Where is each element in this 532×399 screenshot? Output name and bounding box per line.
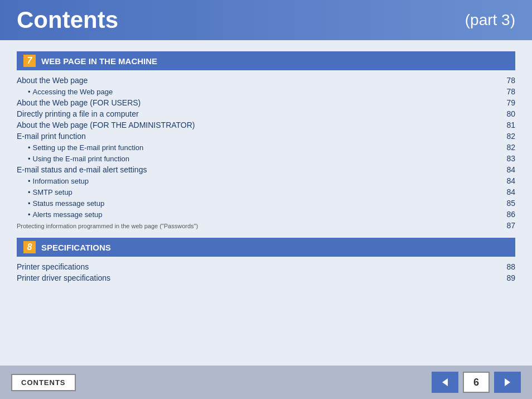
toc-label: •SMTP setup (28, 188, 493, 196)
toc-row: •Information setup84 (17, 175, 515, 186)
toc-row: Printer specifications88 (17, 261, 515, 272)
toc-row: About the Web page (FOR USERS)79 (17, 97, 515, 108)
toc-label: About the Web page (FOR USERS) (17, 98, 493, 107)
toc-row: E-mail print function82 (17, 131, 515, 142)
toc-row: •Accessing the Web page78 (17, 86, 515, 97)
toc-row: E-mail status and e-mail alert settings8… (17, 164, 515, 175)
toc-label: E-mail print function (17, 132, 493, 141)
toc-page-number: 81 (499, 121, 515, 129)
toc-row: •Setting up the E-mail print function82 (17, 142, 515, 153)
toc-row: •SMTP setup84 (17, 186, 515, 198)
toc-page-number: 78 (499, 76, 515, 85)
toc-label: •Accessing the Web page (28, 88, 493, 96)
toc-row: About the Web page (FOR THE ADMINISTRATO… (17, 119, 515, 131)
toc-label: Printer driver specifications (17, 273, 493, 282)
toc-label: •Setting up the E-mail print function (28, 143, 493, 152)
toc-page-number: 84 (499, 188, 515, 196)
contents-button[interactable]: CONTENTS (11, 374, 76, 391)
toc-row: •Status message setup85 (17, 198, 515, 209)
toc-row: •Alerts message setup86 (17, 209, 515, 220)
toc-page-number: 84 (499, 165, 515, 174)
bullet-icon: • (28, 177, 31, 185)
section-title-7: WEB PAGE IN THE MACHINE (41, 56, 157, 66)
bullet-icon: • (28, 155, 31, 163)
toc-label: About the Web page (FOR THE ADMINISTRATO… (17, 121, 493, 129)
toc-row: Protecting information programmed in the… (17, 220, 515, 231)
svg-marker-1 (505, 378, 510, 386)
section-entries-7: About the Web page78•Accessing the Web p… (17, 75, 515, 231)
toc-page-number: 83 (499, 154, 515, 163)
section-number-8: 8 (23, 241, 36, 253)
toc-page-number: 84 (499, 176, 515, 185)
toc-page-number: 78 (499, 87, 515, 96)
toc-label: E-mail status and e-mail alert settings (17, 165, 493, 174)
main-content: 7WEB PAGE IN THE MACHINEAbout the Web pa… (0, 40, 532, 366)
section-header-7: 7WEB PAGE IN THE MACHINE (17, 51, 515, 70)
toc-page-number: 82 (499, 132, 515, 141)
bullet-icon: • (28, 88, 31, 96)
toc-label: •Alerts message setup (28, 210, 493, 219)
header: Contents (part 3) (0, 0, 532, 40)
next-button[interactable] (494, 372, 521, 393)
toc-page-number: 86 (499, 210, 515, 219)
bullet-icon: • (28, 210, 31, 219)
toc-row: About the Web page78 (17, 75, 515, 86)
toc-page-number: 82 (499, 143, 515, 152)
toc-row: •Using the E-mail print function83 (17, 153, 515, 164)
toc-label: About the Web page (17, 76, 493, 85)
navigation-area: 6 (432, 372, 521, 393)
toc-label: Directly printing a file in a computer (17, 109, 493, 118)
toc-label: •Using the E-mail print function (28, 155, 493, 163)
svg-marker-0 (442, 378, 448, 386)
toc-row: Printer driver specifications89 (17, 272, 515, 283)
page-subtitle: (part 3) (465, 11, 515, 29)
toc-page-number: 80 (499, 109, 515, 118)
toc-page-number: 79 (499, 98, 515, 107)
section-number-7: 7 (23, 55, 36, 67)
bullet-icon: • (28, 143, 31, 152)
section-title-8: SPECIFICATIONS (41, 243, 111, 252)
section-entries-8: Printer specifications88Printer driver s… (17, 261, 515, 283)
bullet-icon: • (28, 199, 31, 208)
prev-button[interactable] (432, 372, 458, 393)
footer: CONTENTS 6 (0, 366, 532, 399)
toc-label: Protecting information programmed in the… (17, 223, 493, 229)
page-number: 6 (463, 372, 490, 393)
toc-label: •Information setup (28, 177, 493, 185)
toc-page-number: 89 (499, 273, 515, 282)
toc-page-number: 85 (499, 199, 515, 208)
toc-label: •Status message setup (28, 199, 493, 208)
toc-label: Printer specifications (17, 262, 493, 271)
page-title: Contents (17, 7, 118, 33)
section-header-8: 8SPECIFICATIONS (17, 238, 515, 257)
bullet-icon: • (28, 188, 31, 196)
toc-page-number: 87 (499, 221, 515, 230)
toc-row: Directly printing a file in a computer80 (17, 108, 515, 119)
toc-page-number: 88 (499, 262, 515, 271)
